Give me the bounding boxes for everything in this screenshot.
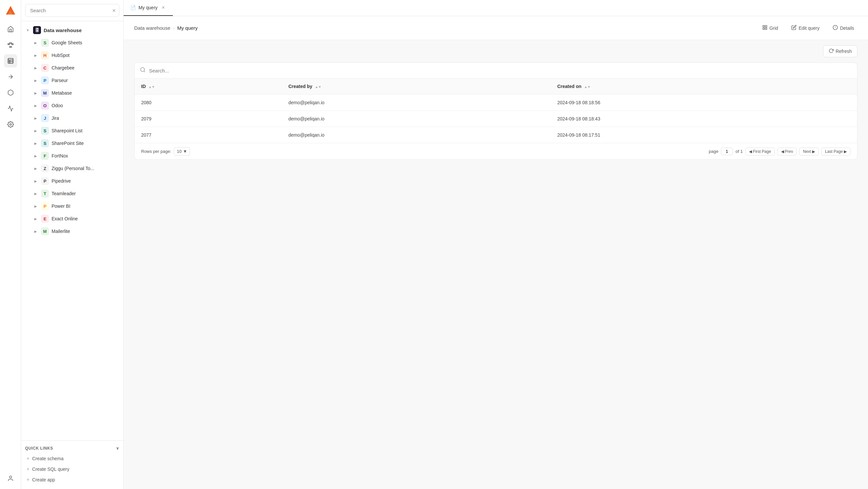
details-button[interactable]: Details [829, 23, 858, 33]
chevron-metabase: ▶ [33, 90, 38, 96]
col-header-id[interactable]: ID ▲▼ [134, 79, 282, 95]
label-sharepoint-site: SharePoint Site [52, 141, 84, 146]
tree-item-ziggu[interactable]: ▶ Z Ziggu (Personal To... [21, 162, 123, 175]
chevron-exact-online: ▶ [33, 216, 38, 221]
prev-page-label: Prev [785, 149, 793, 154]
nav-data[interactable] [4, 54, 17, 67]
tab-close-button[interactable]: ✕ [160, 5, 166, 10]
refresh-section: Refresh [124, 40, 868, 57]
chevron-mailerlite: ▶ [33, 229, 38, 234]
col-header-created-by[interactable]: Created by ▲▼ [282, 79, 550, 95]
grid-button[interactable]: Grid [759, 23, 781, 33]
rows-per-page-label: Rows per page: [141, 149, 171, 154]
tree-item-teamleader[interactable]: ▶ T Teamleader [21, 187, 123, 200]
tree-root-item[interactable]: ▼ 🗄 Data warehouse [21, 24, 123, 36]
tree-item-metabase[interactable]: ▶ M Metabase [21, 87, 123, 99]
icon-google-sheets: S [41, 39, 49, 47]
app-logo[interactable] [4, 4, 17, 17]
table-header-row: ID ▲▼ Created by ▲▼ Created on ▲▼ [134, 79, 857, 95]
table-row: 2077 demo@peliqan.io 2024-09-18 08:17:51 [134, 127, 857, 143]
tree-item-odoo[interactable]: ▶ O Odoo [21, 99, 123, 112]
tree-item-exact-online[interactable]: ▶ E Exact Online [21, 212, 123, 225]
icon-exact-online: E [41, 215, 49, 223]
tree-item-fortnox[interactable]: ▶ F FortNox [21, 149, 123, 162]
pagination-bar: Rows per page: 10 ▼ page 1 of 1 ◀ First … [134, 143, 857, 160]
tree-item-google-sheets[interactable]: ▶ S Google Sheets [21, 36, 123, 49]
details-label: Details [840, 26, 854, 31]
chevron-sharepoint-list: ▶ [33, 128, 38, 133]
nav-connections[interactable] [4, 38, 17, 52]
edit-query-button[interactable]: Edit query [788, 23, 823, 33]
table-search-input[interactable] [149, 68, 852, 74]
sidebar-search-section: ✕ [21, 0, 123, 21]
data-table-section: ID ▲▼ Created by ▲▼ Created on ▲▼ [134, 62, 858, 160]
chevron-ziggu: ▶ [33, 166, 38, 171]
nav-pipelines[interactable] [4, 70, 17, 83]
quick-links-header[interactable]: QUICK LINKS ∨ [25, 445, 119, 453]
quick-link-create-app[interactable]: + Create app [25, 474, 119, 485]
tree-item-sharepoint-list[interactable]: ▶ S Sharepoint List [21, 124, 123, 137]
chevron-odoo: ▶ [33, 103, 38, 108]
label-pipedrive: Pipedrive [52, 178, 71, 183]
search-clear-icon[interactable]: ✕ [112, 8, 116, 13]
chevron-fortnox: ▶ [33, 153, 38, 159]
label-metabase: Metabase [52, 90, 72, 96]
breadcrumb: Data warehouse › My query [134, 25, 198, 31]
icon-mailerlite: M [41, 227, 49, 235]
svg-point-16 [9, 476, 11, 479]
icon-sharepoint-list: S [41, 127, 49, 135]
tree-item-jira[interactable]: ▶ J Jira [21, 112, 123, 124]
data-table: ID ▲▼ Created by ▲▼ Created on ▲▼ [134, 79, 857, 143]
prev-page-button[interactable]: ◀ Prev [777, 148, 797, 155]
nav-home[interactable] [4, 23, 17, 36]
tree-item-hubspot[interactable]: ▶ H HubSpot [21, 49, 123, 61]
sort-icon-id: ▲▼ [148, 85, 155, 89]
last-page-button[interactable]: Last Page ▶ [822, 148, 850, 155]
cell-created-on-2: 2024-09-18 08:17:51 [551, 127, 857, 143]
tab-my-query-label: My query [138, 5, 158, 10]
table-row: 2079 demo@peliqan.io 2024-09-18 08:18:43 [134, 111, 857, 127]
tree-item-pipedrive[interactable]: ▶ P Pipedrive [21, 175, 123, 187]
content-header: Data warehouse › My query Grid Edit quer… [124, 16, 868, 40]
cell-id-0: 2080 [134, 95, 282, 111]
tree-root-label: Data warehouse [43, 27, 82, 33]
col-header-created-on[interactable]: Created on ▲▼ [551, 79, 857, 95]
icon-ziggu: Z [41, 165, 49, 172]
rows-per-page-select[interactable]: 10 ▼ [174, 147, 190, 155]
icon-teamleader: T [41, 190, 49, 198]
nav-monitoring[interactable] [4, 102, 17, 115]
page-number-input[interactable]: 1 [721, 148, 733, 155]
next-page-button[interactable]: Next ▶ [799, 148, 819, 155]
cell-created-by-0: demo@peliqan.io [282, 95, 550, 111]
quick-link-create-sql-query[interactable]: + Create SQL query [25, 464, 119, 474]
quick-link-create-schema[interactable]: + Create schema [25, 453, 119, 464]
details-icon [833, 25, 838, 31]
cell-created-on-0: 2024-09-18 08:18:56 [551, 95, 857, 111]
tree-item-parseur[interactable]: ▶ P Parseur [21, 74, 123, 87]
refresh-button[interactable]: Refresh [823, 45, 858, 57]
label-parseur: Parseur [52, 78, 68, 83]
tree-item-mailerlite[interactable]: ▶ M Mailerlite [21, 225, 123, 237]
tree-item-power-bi[interactable]: ▶ P Power BI [21, 200, 123, 212]
tree-item-chargebee[interactable]: ▶ C Chargebee [21, 61, 123, 74]
icon-pipedrive: P [41, 177, 49, 185]
icon-hubspot: H [41, 51, 49, 59]
label-sharepoint-list: Sharepoint List [52, 128, 82, 133]
tab-my-query[interactable]: 📄 My query ✕ [124, 0, 173, 16]
nav-packages[interactable] [4, 86, 17, 99]
plus-icon-sql: + [26, 466, 29, 472]
first-page-button[interactable]: ◀ First Page [745, 148, 775, 155]
sidebar-search-input[interactable] [25, 4, 119, 17]
first-page-label: First Page [753, 149, 771, 154]
nav-settings[interactable] [4, 118, 17, 131]
label-google-sheets: Google Sheets [52, 40, 82, 45]
breadcrumb-root[interactable]: Data warehouse [134, 25, 170, 31]
sort-icon-created-on: ▲▼ [584, 85, 591, 89]
tree-item-sharepoint-site[interactable]: ▶ S SharePoint Site [21, 137, 123, 149]
icon-odoo: O [41, 102, 49, 110]
svg-rect-20 [765, 28, 767, 29]
nav-user[interactable] [4, 472, 17, 485]
label-jira: Jira [52, 115, 59, 121]
quick-link-app-label: Create app [32, 477, 55, 482]
quick-links-section: QUICK LINKS ∨ + Create schema + Create S… [21, 440, 123, 489]
